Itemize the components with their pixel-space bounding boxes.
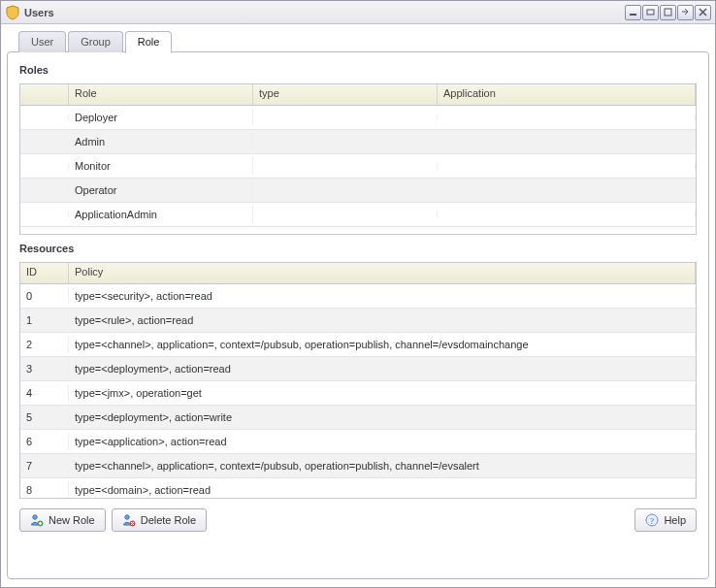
help-icon: ? xyxy=(645,513,659,527)
table-row[interactable]: 6type=<application>, action=read xyxy=(20,430,696,454)
resources-col-id[interactable]: ID xyxy=(20,263,69,283)
help-button[interactable]: ? Help xyxy=(635,508,697,532)
new-role-label: New Role xyxy=(49,514,95,526)
table-cell xyxy=(438,187,696,193)
table-cell: Admin xyxy=(69,133,253,150)
roles-col-blank[interactable] xyxy=(20,84,69,105)
resources-section-label: Resources xyxy=(19,241,697,256)
table-cell: 3 xyxy=(20,360,69,377)
table-row[interactable]: 0type=<security>, action=read xyxy=(20,284,696,309)
table-cell xyxy=(20,139,69,145)
table-cell: type=<application>, action=read xyxy=(69,433,696,450)
table-cell xyxy=(253,139,438,145)
svg-rect-1 xyxy=(647,10,654,15)
add-user-icon xyxy=(30,513,44,527)
table-cell: type=<domain>, action=read xyxy=(69,481,696,498)
resources-grid-body[interactable]: 0type=<security>, action=read1type=<rule… xyxy=(20,284,696,498)
table-cell xyxy=(253,212,438,217)
table-cell: type=<deployment>, action=read xyxy=(69,360,696,377)
table-cell xyxy=(20,114,69,120)
delete-role-button[interactable]: Delete Role xyxy=(112,508,207,532)
table-cell: Operator xyxy=(69,181,253,199)
minimize-button[interactable] xyxy=(625,5,641,20)
table-cell xyxy=(438,114,696,120)
resources-col-policy[interactable]: Policy xyxy=(69,263,696,283)
titlebar: Users xyxy=(1,1,715,24)
delete-user-icon xyxy=(122,513,136,527)
table-cell: 0 xyxy=(20,287,69,305)
content-area: User Group Role Roles Role type Applicat… xyxy=(1,24,715,587)
table-cell: type=<channel>, application=, context=/p… xyxy=(69,457,696,474)
table-cell: 7 xyxy=(20,457,69,474)
table-cell: 5 xyxy=(20,408,69,426)
maximize-button[interactable] xyxy=(660,5,676,20)
svg-text:?: ? xyxy=(650,516,654,526)
table-row[interactable]: ApplicationAdmin xyxy=(20,203,696,227)
table-cell: ApplicationAdmin xyxy=(69,206,253,223)
svg-rect-0 xyxy=(630,14,636,16)
table-row[interactable]: 7type=<channel>, application=, context=/… xyxy=(20,454,696,478)
svg-point-5 xyxy=(124,515,128,519)
table-row[interactable]: 3type=<deployment>, action=read xyxy=(20,357,696,381)
tab-group[interactable]: Group xyxy=(68,31,123,52)
resources-grid-header: ID Policy xyxy=(20,263,696,284)
roles-grid-body[interactable]: DeployerAdminMonitorOperatorApplicationA… xyxy=(20,106,696,234)
resources-grid: ID Policy 0type=<security>, action=read1… xyxy=(19,262,697,499)
table-cell xyxy=(438,139,696,145)
table-cell xyxy=(20,212,69,217)
table-cell xyxy=(20,187,69,193)
roles-col-role[interactable]: Role xyxy=(69,84,253,105)
close-button[interactable] xyxy=(695,5,711,20)
table-row[interactable]: 1type=<rule>, action=read xyxy=(20,309,696,333)
delete-role-label: Delete Role xyxy=(141,514,196,526)
table-cell xyxy=(20,163,69,169)
table-row[interactable]: Monitor xyxy=(20,154,696,179)
svg-rect-2 xyxy=(665,9,671,16)
help-label: Help xyxy=(664,514,686,526)
table-cell xyxy=(438,212,696,217)
action-bar: New Role Delete Role ? Help xyxy=(19,505,697,532)
table-row[interactable]: 5type=<deployment>, action=write xyxy=(20,406,696,430)
table-cell: 4 xyxy=(20,384,69,402)
table-cell: 1 xyxy=(20,311,69,329)
window-controls xyxy=(625,5,711,20)
window-title: Users xyxy=(24,7,621,18)
table-row[interactable]: 8type=<domain>, action=read xyxy=(20,478,696,498)
tab-user[interactable]: User xyxy=(18,31,66,52)
users-window: Users User Group Role Roles Role type Ap… xyxy=(0,0,716,588)
table-row[interactable]: Deployer xyxy=(20,106,696,130)
table-cell: type=<deployment>, action=write xyxy=(69,408,696,426)
restore-button[interactable] xyxy=(642,5,659,20)
roles-col-application[interactable]: Application xyxy=(438,84,696,105)
table-cell xyxy=(253,114,438,120)
table-row[interactable]: Admin xyxy=(20,130,696,154)
table-cell: Monitor xyxy=(69,157,253,175)
new-role-button[interactable]: New Role xyxy=(19,508,106,532)
table-cell: type=<security>, action=read xyxy=(69,287,696,305)
svg-point-3 xyxy=(33,515,37,519)
table-cell xyxy=(253,163,438,169)
tab-strip: User Group Role xyxy=(7,30,709,51)
table-cell xyxy=(438,163,696,169)
table-cell: 8 xyxy=(20,481,69,498)
table-cell: type=<channel>, application=, context=/p… xyxy=(69,336,696,353)
table-row[interactable]: 4type=<jmx>, operation=get xyxy=(20,381,696,406)
roles-col-type[interactable]: type xyxy=(253,84,438,105)
table-cell: type=<jmx>, operation=get xyxy=(69,384,696,402)
roles-grid-header: Role type Application xyxy=(20,84,696,106)
table-cell: 6 xyxy=(20,433,69,450)
detach-button[interactable] xyxy=(677,5,694,20)
table-cell: Deployer xyxy=(69,109,253,126)
table-cell xyxy=(253,187,438,193)
table-row[interactable]: Operator xyxy=(20,179,696,203)
shield-icon xyxy=(5,5,20,20)
roles-section-label: Roles xyxy=(19,62,697,78)
role-panel: Roles Role type Application DeployerAdmi… xyxy=(7,51,709,579)
roles-grid: Role type Application DeployerAdminMonit… xyxy=(19,83,697,235)
table-row[interactable]: 2type=<channel>, application=, context=/… xyxy=(20,333,696,357)
table-cell: type=<rule>, action=read xyxy=(69,311,696,329)
table-cell: 2 xyxy=(20,336,69,353)
tab-role[interactable]: Role xyxy=(125,31,173,53)
